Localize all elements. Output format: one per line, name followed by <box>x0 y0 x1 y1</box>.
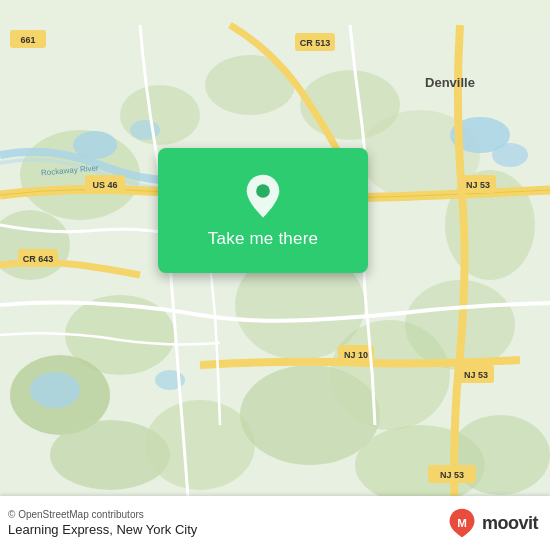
svg-point-22 <box>30 372 80 408</box>
moovit-icon: M <box>446 507 478 539</box>
osm-attribution: © OpenStreetMap contributors <box>8 509 197 520</box>
moovit-logo: M moovit <box>446 507 538 539</box>
svg-point-6 <box>145 400 255 490</box>
svg-text:NJ 53: NJ 53 <box>440 470 464 480</box>
take-me-there-card[interactable]: Take me there <box>158 148 368 273</box>
bottom-bar: © OpenStreetMap contributors Learning Ex… <box>0 496 550 550</box>
map-background: US 46 NJ 53 NJ 53 NJ 10 CR 513 CR 643 NJ… <box>0 0 550 550</box>
svg-point-12 <box>300 70 400 140</box>
svg-point-42 <box>256 184 270 198</box>
map-container: US 46 NJ 53 NJ 53 NJ 10 CR 513 CR 643 NJ… <box>0 0 550 550</box>
location-label: Learning Express, New York City <box>8 522 197 537</box>
take-me-there-label: Take me there <box>208 229 318 249</box>
svg-text:NJ 53: NJ 53 <box>466 180 490 190</box>
svg-point-19 <box>130 120 160 140</box>
location-pin-icon <box>239 173 287 221</box>
svg-point-14 <box>120 85 200 145</box>
svg-point-21 <box>492 143 528 167</box>
svg-text:Denville: Denville <box>425 75 475 90</box>
svg-text:NJ 53: NJ 53 <box>464 370 488 380</box>
svg-text:CR 643: CR 643 <box>23 254 54 264</box>
moovit-label: moovit <box>482 513 538 534</box>
svg-text:CR 513: CR 513 <box>300 38 331 48</box>
svg-text:M: M <box>457 517 467 529</box>
svg-text:661: 661 <box>20 35 35 45</box>
svg-text:US 46: US 46 <box>92 180 117 190</box>
svg-text:NJ 10: NJ 10 <box>344 350 368 360</box>
bottom-left-info: © OpenStreetMap contributors Learning Ex… <box>8 509 197 537</box>
